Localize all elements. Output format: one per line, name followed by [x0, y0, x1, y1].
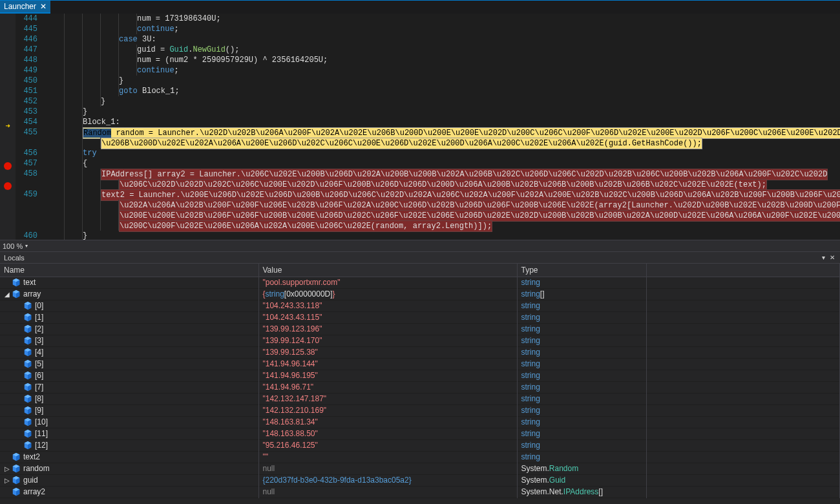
- variable-value: null: [263, 487, 275, 496]
- variable-icon: [23, 336, 32, 345]
- variable-value: {string[0x0000000D]}: [263, 289, 335, 299]
- code-line[interactable]: }: [41, 107, 840, 117]
- code-line[interactable]: }: [41, 96, 840, 107]
- code-line[interactable]: \u206B\u200D\u202E\u202A\u206A\u200E\u20…: [41, 138, 840, 148]
- code-line[interactable]: guid = Guid.NewGuid();: [41, 45, 840, 55]
- variable-name: [2]: [35, 324, 43, 333]
- zoom-dropdown[interactable]: 100 % ▾: [3, 242, 28, 250]
- line-number: [16, 179, 37, 189]
- zoom-bar: 100 % ▾: [0, 240, 840, 251]
- variable-value: {220d37fd-b3e0-432b-9fda-d13a3bac05a2}: [263, 476, 412, 485]
- code-editor[interactable]: ➜ 44444544644744844945045145245345445545…: [0, 14, 840, 240]
- code-line[interactable]: \u206C\u202D\u202D\u202C\u206C\u200E\u20…: [41, 179, 840, 189]
- code-line[interactable]: text2 = Launcher.\u200E\u206D\u202E\u206…: [41, 189, 840, 200]
- variable-value: "95.216.46.125": [263, 441, 318, 450]
- variable-type: string: [517, 300, 646, 311]
- variable-name: text: [23, 278, 36, 287]
- locals-row[interactable]: text2""string: [0, 451, 840, 463]
- code-line[interactable]: \u202A\u206A\u202B\u200F\u200F\u206E\u20…: [41, 200, 840, 210]
- code-line[interactable]: num = 1731986340U;: [41, 14, 840, 24]
- window-options-icon[interactable]: ▾ ✕: [822, 254, 836, 261]
- expander-icon[interactable]: ▷: [4, 465, 10, 472]
- locals-row[interactable]: [0]"104.243.33.118"string: [0, 300, 840, 311]
- variable-icon: [23, 383, 32, 392]
- expander-icon[interactable]: ◢: [4, 291, 10, 298]
- variable-icon: [12, 289, 21, 299]
- locals-row[interactable]: [1]"104.243.43.115"string: [0, 311, 840, 323]
- variable-type: string: [517, 323, 646, 335]
- variable-type: string: [517, 404, 646, 416]
- tab-launcher[interactable]: Launcher ✕: [0, 1, 50, 14]
- variable-name: [4]: [35, 348, 43, 357]
- variable-type: string[]: [517, 288, 646, 300]
- locals-row[interactable]: array2nullSystem.Net.IPAddress[]: [0, 486, 840, 498]
- variable-value: "142.132.210.169": [263, 406, 327, 415]
- locals-row[interactable]: [9]"142.132.210.169"string: [0, 404, 840, 416]
- line-number: [16, 138, 37, 148]
- locals-row[interactable]: [6]"141.94.96.195"string: [0, 370, 840, 381]
- code-area[interactable]: num = 1731986340U;continue;case 3U:guid …: [41, 14, 840, 240]
- variable-type: string: [517, 381, 646, 393]
- variable-name: [6]: [35, 371, 43, 380]
- variable-name: [0]: [35, 301, 43, 310]
- locals-panel[interactable]: Name Value Type text"pool.supportxmr.com…: [0, 263, 840, 504]
- variable-value: "pool.supportxmr.com": [263, 278, 341, 287]
- variable-name: [3]: [35, 336, 43, 345]
- locals-row[interactable]: [5]"141.94.96.144"string: [0, 358, 840, 370]
- variable-icon: [23, 359, 32, 368]
- col-header-type[interactable]: Type: [517, 264, 646, 277]
- code-line[interactable]: }: [41, 76, 840, 86]
- locals-row[interactable]: text"pool.supportxmr.com"string: [0, 277, 840, 288]
- code-line[interactable]: Block_1:: [41, 117, 840, 127]
- code-line[interactable]: Random random = Launcher.\u202D\u202B\u2…: [41, 127, 840, 138]
- variable-type: string: [517, 311, 646, 323]
- code-line[interactable]: case 3U:: [41, 34, 840, 45]
- locals-row[interactable]: [2]"139.99.123.196"string: [0, 323, 840, 335]
- gutter-margin[interactable]: ➜: [0, 14, 16, 240]
- variable-name: [5]: [35, 359, 43, 368]
- code-line[interactable]: }: [41, 231, 840, 240]
- locals-row[interactable]: [3]"139.99.124.170"string: [0, 335, 840, 346]
- breakpoint-icon[interactable]: [4, 182, 12, 190]
- line-number: [16, 220, 37, 231]
- line-number: 454: [16, 117, 37, 127]
- code-line[interactable]: try: [41, 148, 840, 158]
- variable-icon: [23, 429, 32, 438]
- variable-name: [9]: [35, 406, 43, 415]
- col-header-blank: [646, 264, 840, 277]
- col-header-name[interactable]: Name: [0, 264, 258, 277]
- variable-type: System.Random: [517, 463, 646, 474]
- locals-row[interactable]: [10]"148.163.81.34"string: [0, 416, 840, 428]
- col-header-value[interactable]: Value: [258, 264, 517, 277]
- tab-bar: Launcher ✕: [0, 0, 840, 14]
- locals-row[interactable]: ▷guid{220d37fd-b3e0-432b-9fda-d13a3bac05…: [0, 474, 840, 486]
- variable-value: "139.99.125.38": [263, 348, 318, 357]
- variable-type: System.Guid: [517, 474, 646, 486]
- code-line[interactable]: \u200E\u200E\u202B\u206F\u206F\u200B\u20…: [41, 210, 840, 220]
- code-line[interactable]: {: [41, 158, 840, 169]
- locals-row[interactable]: [7]"141.94.96.71"string: [0, 381, 840, 393]
- variable-type: string: [517, 370, 646, 381]
- locals-row[interactable]: [8]"142.132.147.187"string: [0, 393, 840, 404]
- breakpoint-icon[interactable]: [4, 162, 12, 170]
- variable-value: "141.94.96.195": [263, 371, 318, 380]
- code-line[interactable]: \u200C\u200F\u202E\u206E\u206A\u202A\u20…: [41, 220, 840, 231]
- code-line[interactable]: num = (num2 * 2590957929U) ^ 2356164205U…: [41, 55, 840, 65]
- locals-row[interactable]: [12]"95.216.46.125"string: [0, 439, 840, 451]
- locals-panel-header[interactable]: Locals ▾ ✕: [0, 251, 840, 263]
- code-line[interactable]: IPAddress[] array2 = Launcher.\u206C\u20…: [41, 169, 840, 179]
- variable-name: [12]: [35, 441, 48, 450]
- locals-row[interactable]: [4]"139.99.125.38"string: [0, 346, 840, 358]
- variable-icon: [12, 464, 21, 473]
- variable-icon: [12, 278, 21, 287]
- locals-row[interactable]: ◢array{string[0x0000000D]}string[]: [0, 288, 840, 300]
- locals-row[interactable]: ▷randomnullSystem.Random: [0, 463, 840, 474]
- expander-icon[interactable]: ▷: [4, 477, 10, 484]
- line-number: 450: [16, 76, 37, 86]
- code-line[interactable]: continue;: [41, 65, 840, 76]
- line-number: 447: [16, 45, 37, 55]
- code-line[interactable]: goto Block_1;: [41, 86, 840, 96]
- locals-row[interactable]: [11]"148.163.88.50"string: [0, 428, 840, 439]
- tab-close-icon[interactable]: ✕: [40, 2, 47, 11]
- code-line[interactable]: continue;: [41, 24, 840, 34]
